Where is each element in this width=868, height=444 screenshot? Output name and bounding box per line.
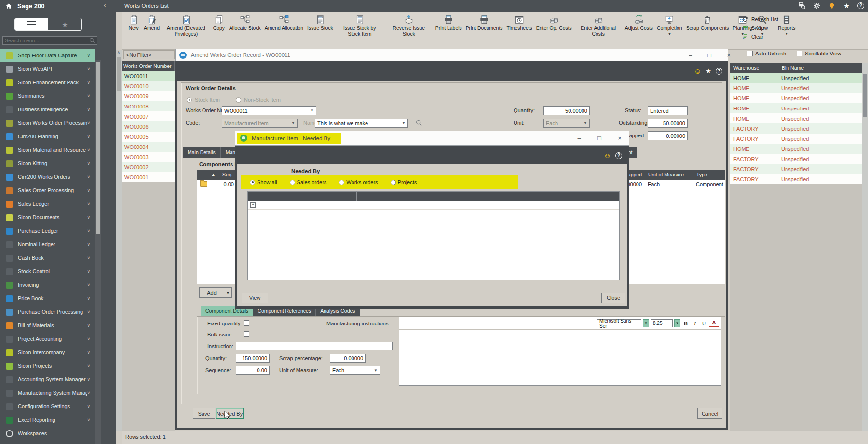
sidebar-item[interactable]: Purchase Ledger ∨ xyxy=(0,224,95,238)
needed-by-row[interactable] xyxy=(248,201,619,210)
toolbar-button[interactable]: Print Labels ▼ xyxy=(434,14,464,31)
quantity-field[interactable]: 50.00000 xyxy=(543,106,590,115)
sidebar-item[interactable]: Accounting System Manager ∨ xyxy=(0,373,95,386)
sidebar-item[interactable]: Manufacturing System Manager ∨ xyxy=(0,386,95,400)
font-size-dropdown[interactable]: ▼ xyxy=(674,319,680,327)
manufacturing-instructions-text[interactable] xyxy=(399,330,721,385)
toolbar-button[interactable]: Amend Allocation ▼ xyxy=(263,14,305,31)
sidebar-item[interactable]: Cim200 Planning ∨ xyxy=(0,130,95,143)
unit-combo[interactable]: Each▼ xyxy=(543,119,590,128)
dialog-help-icon[interactable]: ? xyxy=(615,152,622,159)
unit-of-measure-combo[interactable]: Each▼ xyxy=(330,366,380,375)
works-order-row[interactable]: WO00010 xyxy=(122,81,175,91)
sidebar-item[interactable]: Sicon Works Order Processing ∨ xyxy=(0,116,95,130)
sidebar-item[interactable]: Sicon Enhancement Pack ∨ xyxy=(0,76,95,89)
sidebar-item[interactable]: Sicon Documents ∨ xyxy=(0,211,95,224)
manufacturing-instructions-editor[interactable]: Microsoft Sans Ser ▼ 8.25 ▼ B I U A xyxy=(399,317,721,386)
settings-gear-icon[interactable] xyxy=(813,1,821,10)
warehouse-row[interactable]: HOMEUnspecified xyxy=(730,73,868,83)
column-header[interactable] xyxy=(248,192,281,201)
sidebar-item[interactable]: Purchase Order Processing ∨ xyxy=(0,305,95,319)
column-header[interactable] xyxy=(281,192,310,201)
sidebar-item[interactable]: Business Intelligence ∨ xyxy=(0,103,95,116)
sidebar-item[interactable]: Configuration Settings ∨ xyxy=(0,400,95,413)
sidebar-item[interactable]: Sicon Projects ∨ xyxy=(0,359,95,373)
works-order-row[interactable]: WO00002 xyxy=(122,162,175,172)
needed-by-table-header[interactable] xyxy=(248,192,619,201)
warehouse-header[interactable]: Warehouse xyxy=(730,64,778,71)
menu-view-button[interactable] xyxy=(15,18,48,30)
column-header[interactable] xyxy=(310,192,357,201)
instruction-input[interactable] xyxy=(236,342,393,350)
code-combo[interactable]: Manufactured Item▼ xyxy=(222,119,298,128)
font-size-combo[interactable]: 8.25 xyxy=(651,319,673,327)
warehouse-row[interactable]: HOMEUnspecified xyxy=(730,113,868,123)
warehouse-row[interactable]: HOMEUnspecified xyxy=(730,83,868,93)
bold-button[interactable]: B xyxy=(682,320,690,327)
close-button[interactable]: × xyxy=(722,52,735,59)
save-button[interactable]: Save xyxy=(193,408,215,419)
sidebar-item[interactable]: Invoicing ∨ xyxy=(0,278,95,292)
works-order-row[interactable]: WO00009 xyxy=(122,91,175,101)
warehouse-scrollbar[interactable] xyxy=(862,63,868,431)
sidebar-item[interactable]: Summaries ∨ xyxy=(0,89,95,103)
add-dropdown-arrow[interactable]: ▼ xyxy=(224,287,232,298)
works-order-row[interactable]: WO00006 xyxy=(122,121,175,132)
tab-main-details[interactable]: Main Details xyxy=(183,147,221,158)
toolbar-button[interactable]: Completion ▼ xyxy=(655,14,684,36)
add-button[interactable]: Add xyxy=(199,287,224,298)
feedback-smiley-icon[interactable]: ☺ xyxy=(694,67,701,75)
maximize-button[interactable]: □ xyxy=(593,135,606,142)
favorites-view-button[interactable]: ★ xyxy=(48,18,81,30)
filter-dropdown[interactable]: <No Filter> xyxy=(123,50,175,59)
works-order-row[interactable]: WO00007 xyxy=(122,111,175,121)
sidebar-item[interactable]: Sales Order Processing ∨ xyxy=(0,184,95,197)
outstanding-field[interactable]: 50.00000 xyxy=(648,119,688,128)
column-header[interactable] xyxy=(433,192,479,201)
favorite-star-icon[interactable]: ★ xyxy=(705,67,711,75)
close-dialog-button[interactable]: Close xyxy=(601,293,625,303)
toolbar-button[interactable]: Reverse Issue Stock ▼ xyxy=(384,14,434,37)
sidebar-item[interactable]: Stock Control ∨ xyxy=(0,265,95,278)
toolbar-button[interactable]: Enter Additional Costs ▼ xyxy=(574,14,623,37)
filter-radio[interactable]: Works orders xyxy=(339,179,378,185)
non-stock-item-radio[interactable]: Non-Stock Item xyxy=(236,97,281,103)
warehouse-row[interactable]: FACTORYUnspecified xyxy=(730,174,868,184)
cancel-button[interactable]: Cancel xyxy=(697,408,722,419)
sidebar-scrollbar[interactable] xyxy=(95,60,101,444)
works-order-number-header[interactable]: Works Order Number xyxy=(122,61,175,71)
sidebar-item[interactable]: Workspaces ∨ xyxy=(0,427,95,440)
feedback-smiley-icon[interactable]: ☺ xyxy=(604,152,611,159)
toolbar-button[interactable]: Scrap Components ▼ xyxy=(684,14,731,31)
fixed-quantity-checkbox[interactable] xyxy=(244,320,249,326)
column-header[interactable] xyxy=(506,192,619,201)
sidebar-item[interactable]: Project Accounting ∨ xyxy=(0,332,95,346)
filter-radio[interactable]: Projects xyxy=(391,179,417,185)
scrapped-field[interactable]: 0.00000 xyxy=(648,131,688,140)
sidebar-item[interactable]: Nominal Ledger ∨ xyxy=(0,238,95,251)
sidebar-item[interactable]: Sicon WebAPI ∨ xyxy=(0,62,95,76)
warehouse-row[interactable]: FACTORYUnspecified xyxy=(730,134,868,144)
works-order-row[interactable]: WO00008 xyxy=(122,101,175,111)
sidebar-view-toggle[interactable]: ★ xyxy=(14,18,82,31)
bin-name-header[interactable]: Bin Name xyxy=(778,64,825,71)
column-header[interactable] xyxy=(479,192,506,201)
view-button[interactable]: View xyxy=(242,293,268,303)
status-field[interactable]: Entered xyxy=(648,106,688,115)
warehouse-row[interactable]: HOMEUnspecified xyxy=(730,144,868,154)
italic-button[interactable]: I xyxy=(691,320,699,327)
toolbar-button[interactable]: Enter Op. Costs ▼ xyxy=(534,14,574,31)
warehouse-row[interactable]: HOMEUnspecified xyxy=(730,103,868,113)
toolbar-button[interactable]: Timesheets ▼ xyxy=(504,14,534,31)
scrap-percentage-field[interactable]: 0.00000 xyxy=(330,354,366,363)
filter-radio[interactable]: Show all xyxy=(250,179,277,185)
works-order-number-combo[interactable]: WO00011▼ xyxy=(222,106,316,115)
works-order-row[interactable]: WO00001 xyxy=(122,172,175,182)
component-quantity-field[interactable]: 150.00000 xyxy=(236,354,270,363)
toolbar-button[interactable]: Issue Stock ▼ xyxy=(305,14,335,31)
sequence-field[interactable]: 0.00 xyxy=(236,366,270,375)
sidebar-item[interactable]: Sicon Kitting ∨ xyxy=(0,157,95,170)
list-action-button[interactable]: Clear xyxy=(742,33,778,40)
bulk-issue-checkbox[interactable] xyxy=(244,331,249,337)
sidebar-item[interactable]: Shop Floor Data Capture ∨ xyxy=(0,49,95,62)
